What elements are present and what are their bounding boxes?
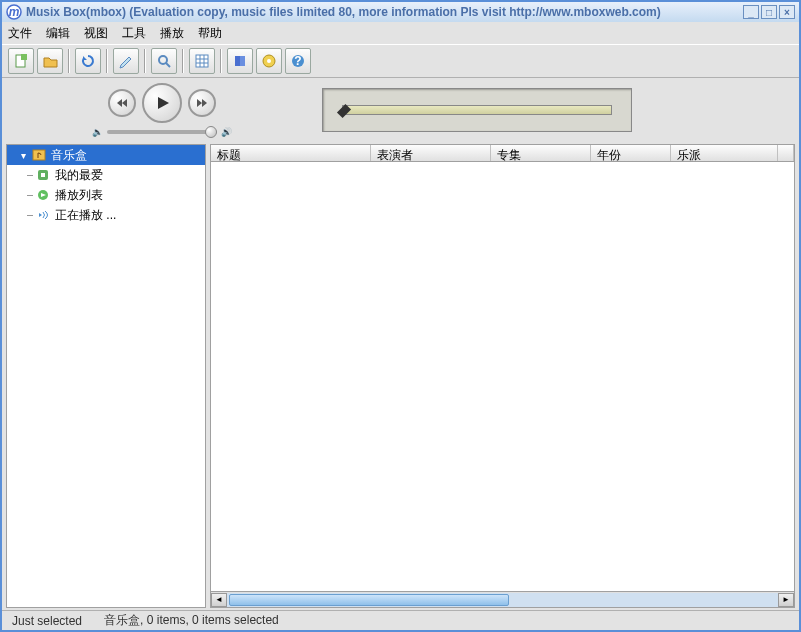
now-playing-icon — [35, 207, 51, 223]
col-title[interactable]: 标题 — [211, 145, 371, 161]
help-button[interactable]: ? — [285, 48, 311, 74]
search-button[interactable] — [151, 48, 177, 74]
seek-thumb[interactable] — [337, 104, 351, 118]
toolbar-separator — [144, 49, 146, 73]
tree-branch-icon — [27, 175, 33, 176]
toolbar-separator — [68, 49, 70, 73]
svg-rect-15 — [33, 150, 45, 160]
expand-toggle-icon[interactable]: ▾ — [15, 150, 31, 161]
playback-controls: 🔈 🔊 — [62, 83, 262, 137]
column-headers: 标题 表演者 专集 年份 乐派 — [210, 144, 795, 162]
svg-text:?: ? — [294, 54, 301, 68]
volume-high-icon: 🔊 — [221, 127, 232, 137]
book-button[interactable] — [227, 48, 253, 74]
app-icon: m — [6, 4, 22, 20]
col-genre[interactable]: 乐派 — [671, 145, 778, 161]
scroll-left-button[interactable]: ◄ — [211, 593, 227, 607]
svg-text:m: m — [9, 5, 20, 19]
col-extra[interactable] — [778, 145, 794, 161]
tree-item-label: 正在播放 ... — [55, 207, 116, 224]
new-file-button[interactable] — [8, 48, 34, 74]
svg-line-5 — [166, 63, 170, 67]
open-folder-button[interactable] — [37, 48, 63, 74]
volume-low-icon: 🔈 — [92, 127, 103, 137]
edit-tag-button[interactable] — [113, 48, 139, 74]
tree-branch-icon — [27, 215, 33, 216]
previous-button[interactable] — [108, 89, 136, 117]
track-display — [322, 88, 632, 132]
track-list-panel: 标题 表演者 专集 年份 乐派 ◄ ► — [210, 144, 795, 608]
toolbar-separator — [182, 49, 184, 73]
library-tree[interactable]: ▾ 音乐盒 我的最爱 播放列表 正在播放 ... — [6, 144, 206, 608]
cd-button[interactable] — [256, 48, 282, 74]
svg-rect-3 — [21, 54, 27, 60]
menu-edit[interactable]: 编辑 — [46, 25, 70, 42]
track-list-body[interactable] — [210, 162, 795, 592]
player-area: 🔈 🔊 — [2, 78, 799, 142]
toolbar-separator — [220, 49, 222, 73]
horizontal-scrollbar[interactable]: ◄ ► — [210, 592, 795, 608]
playlist-icon — [35, 187, 51, 203]
menu-view[interactable]: 视图 — [84, 25, 108, 42]
tree-branch-icon — [27, 195, 33, 196]
toolbar: ? — [2, 44, 799, 78]
volume-thumb[interactable] — [205, 126, 217, 138]
music-box-icon — [31, 147, 47, 163]
titlebar: m Musix Box(mbox) (Evaluation copy, musi… — [2, 2, 799, 22]
menu-file[interactable]: 文件 — [8, 25, 32, 42]
scroll-track[interactable] — [227, 593, 778, 607]
app-window: m Musix Box(mbox) (Evaluation copy, musi… — [0, 0, 801, 632]
tree-item-label: 播放列表 — [55, 187, 103, 204]
scroll-thumb[interactable] — [229, 594, 509, 606]
play-button[interactable] — [142, 83, 182, 123]
seek-bar[interactable] — [342, 105, 612, 115]
volume-slider[interactable]: 🔈 🔊 — [92, 127, 232, 137]
status-right: 音乐盒, 0 items, 0 items selected — [98, 612, 285, 629]
tree-item-now-playing[interactable]: 正在播放 ... — [7, 205, 205, 225]
svg-rect-6 — [196, 55, 208, 67]
refresh-button[interactable] — [75, 48, 101, 74]
col-artist[interactable]: 表演者 — [371, 145, 491, 161]
svg-point-4 — [159, 56, 167, 64]
maximize-button[interactable]: □ — [761, 5, 777, 19]
tree-item-label: 我的最爱 — [55, 167, 103, 184]
window-title: Musix Box(mbox) (Evaluation copy, music … — [26, 5, 743, 19]
menu-help[interactable]: 帮助 — [198, 25, 222, 42]
tree-item-music-box[interactable]: ▾ 音乐盒 — [7, 145, 205, 165]
svg-point-12 — [267, 59, 271, 63]
tree-item-playlist[interactable]: 播放列表 — [7, 185, 205, 205]
main-content: ▾ 音乐盒 我的最爱 播放列表 正在播放 ... 标题 — [2, 142, 799, 610]
next-button[interactable] — [188, 89, 216, 117]
menubar: 文件 编辑 视图 工具 播放 帮助 — [2, 22, 799, 44]
tree-item-label: 音乐盒 — [51, 147, 87, 164]
statusbar: Just selected 音乐盒, 0 items, 0 items sele… — [2, 610, 799, 630]
scroll-right-button[interactable]: ► — [778, 593, 794, 607]
status-left: Just selected — [6, 614, 88, 628]
col-year[interactable]: 年份 — [591, 145, 671, 161]
grid-button[interactable] — [189, 48, 215, 74]
favorite-icon — [35, 167, 51, 183]
close-button[interactable]: × — [779, 5, 795, 19]
window-controls: _ □ × — [743, 5, 795, 19]
menu-play[interactable]: 播放 — [160, 25, 184, 42]
tree-item-favorites[interactable]: 我的最爱 — [7, 165, 205, 185]
menu-tools[interactable]: 工具 — [122, 25, 146, 42]
toolbar-separator — [106, 49, 108, 73]
col-album[interactable]: 专集 — [491, 145, 591, 161]
minimize-button[interactable]: _ — [743, 5, 759, 19]
